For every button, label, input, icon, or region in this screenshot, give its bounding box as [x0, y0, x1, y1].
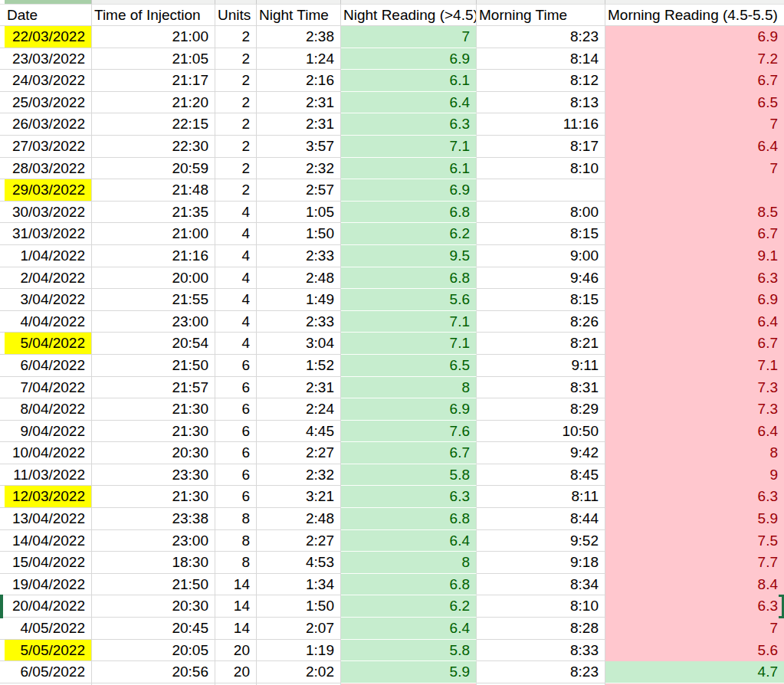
cell-date[interactable]: 15/04/2022 — [5, 552, 92, 574]
cell-units[interactable]: 6 — [215, 377, 257, 399]
cell-night-time[interactable]: 2:32 — [257, 158, 341, 180]
cell-night-time[interactable]: 3:57 — [257, 136, 341, 158]
cell-night-reading[interactable]: 6.8 — [341, 508, 477, 530]
cell-night-time[interactable]: 2:38 — [257, 26, 341, 48]
cell-night-time[interactable]: 2:33 — [257, 311, 341, 333]
cell-morning-reading[interactable]: 7 — [605, 158, 784, 180]
cell-night-reading[interactable]: 5.8 — [341, 464, 477, 487]
cell-morning-reading[interactable]: 6.5 — [605, 92, 784, 114]
cell-date[interactable]: 26/03/2022 — [5, 113, 92, 136]
cell-night-reading[interactable]: 6.4 — [341, 530, 477, 552]
cell-injection-time[interactable]: 21:57 — [92, 377, 215, 399]
cell-night-reading[interactable]: 5.8 — [341, 640, 477, 662]
cell-date[interactable]: 5/04/2022 — [5, 333, 92, 355]
cell-morning-time[interactable]: 8:00 — [477, 202, 605, 224]
cell-morning-reading[interactable]: 7.3 — [605, 398, 784, 421]
cell-morning-time[interactable] — [477, 179, 605, 202]
cell-night-reading[interactable]: 6.4 — [341, 92, 477, 114]
cell-units[interactable]: 20 — [215, 661, 257, 683]
cell-units[interactable]: 14 — [215, 595, 257, 618]
cell-night-time[interactable]: 1:52 — [257, 355, 341, 377]
cell-units[interactable]: 4 — [215, 333, 257, 355]
cell-injection-time[interactable]: 21:30 — [92, 398, 215, 421]
cell-date[interactable]: 2/04/2022 — [5, 267, 92, 290]
cell-morning-reading[interactable]: 7 — [605, 113, 784, 136]
cell-morning-time[interactable]: 8:15 — [477, 223, 605, 245]
cell-night-reading[interactable]: 7.1 — [341, 136, 477, 158]
cell-morning-reading[interactable]: 6.9 — [605, 26, 784, 48]
cell-units[interactable]: 6 — [215, 486, 257, 508]
cell-morning-reading[interactable]: 6.7 — [605, 333, 784, 355]
cell-date[interactable]: 22/03/2022 — [5, 26, 92, 48]
cell-night-time[interactable]: 1:49 — [257, 289, 341, 311]
cell-morning-reading[interactable]: 8 — [605, 442, 784, 464]
cell-date[interactable]: 28/03/2022 — [5, 158, 92, 180]
col-header-night-reading[interactable]: Night Reading (>4.5) — [341, 5, 477, 26]
cell-injection-time[interactable]: 20:54 — [92, 333, 215, 355]
cell-night-reading[interactable]: 7.6 — [341, 421, 477, 443]
cell-units[interactable]: 2 — [215, 92, 257, 114]
cell-night-time[interactable]: 2:27 — [257, 442, 341, 464]
cell-morning-reading[interactable]: 6.4 — [605, 136, 784, 158]
cell-morning-reading[interactable]: 7.5 — [605, 530, 784, 552]
cell-morning-time[interactable]: 8:21 — [477, 333, 605, 355]
cell-units[interactable]: 6 — [215, 464, 257, 487]
cell-morning-reading[interactable]: 7.2 — [605, 48, 784, 70]
cell-injection-time[interactable]: 23:00 — [92, 311, 215, 333]
cell-units[interactable]: 6 — [215, 398, 257, 421]
cell-morning-reading[interactable]: 5.9 — [605, 508, 784, 530]
cell-night-reading[interactable]: 6.7 — [341, 442, 477, 464]
cell-units[interactable]: 4 — [215, 245, 257, 267]
cell-units[interactable]: 4 — [215, 267, 257, 290]
cell-night-reading[interactable]: 8 — [341, 377, 477, 399]
cell-date[interactable]: 6/05/2022 — [5, 661, 92, 683]
cell-morning-reading[interactable]: 8.5 — [605, 202, 784, 224]
cell-injection-time[interactable]: 22:15 — [92, 113, 215, 136]
cell-date[interactable]: 9/04/2022 — [5, 421, 92, 443]
cell-morning-reading[interactable]: 6.3 — [605, 595, 784, 618]
cell-injection-time[interactable]: 21:55 — [92, 289, 215, 311]
cell-morning-reading[interactable]: 5.6 — [605, 640, 784, 662]
col-header-units[interactable]: Units — [215, 5, 257, 26]
cell-morning-time[interactable]: 9:46 — [477, 267, 605, 290]
cell-units[interactable]: 6 — [215, 355, 257, 377]
cell-night-time[interactable]: 2:27 — [257, 530, 341, 552]
col-header-injection-time[interactable]: Time of Injection — [92, 5, 215, 26]
cell-night-time[interactable]: 1:34 — [257, 574, 341, 596]
cell-morning-reading[interactable]: 6.9 — [605, 289, 784, 311]
cell-night-reading[interactable]: 5.9 — [341, 661, 477, 683]
cell-injection-time[interactable]: 20:59 — [92, 158, 215, 180]
cell-night-time[interactable]: 2:24 — [257, 398, 341, 421]
cell-night-reading[interactable]: 6.3 — [341, 486, 477, 508]
col-header-night-time[interactable]: Night Time — [257, 5, 341, 26]
cell-night-time[interactable]: 2:16 — [257, 70, 341, 92]
cell-date[interactable]: 13/04/2022 — [5, 508, 92, 530]
cell-units[interactable]: 6 — [215, 421, 257, 443]
cell-morning-time[interactable]: 10:50 — [477, 421, 605, 443]
cell-morning-reading[interactable]: 9 — [605, 464, 784, 487]
cell-night-reading[interactable]: 7 — [341, 26, 477, 48]
cell-injection-time[interactable]: 21:20 — [92, 92, 215, 114]
cell-morning-time[interactable]: 8:31 — [477, 377, 605, 399]
cell-morning-time[interactable]: 9:00 — [477, 245, 605, 267]
cell-night-time[interactable]: 4:53 — [257, 552, 341, 574]
cell-units[interactable]: 2 — [215, 48, 257, 70]
cell-units[interactable]: 8 — [215, 508, 257, 530]
cell-night-reading[interactable]: 5.6 — [341, 289, 477, 311]
cell-units[interactable]: 4 — [215, 223, 257, 245]
cell-night-reading[interactable]: 6.2 — [341, 223, 477, 245]
cell-units[interactable]: 2 — [215, 158, 257, 180]
cell-injection-time[interactable]: 20:00 — [92, 267, 215, 290]
cell-night-reading[interactable]: 6.1 — [341, 158, 477, 180]
cell-morning-time[interactable]: 9:42 — [477, 442, 605, 464]
cell-morning-reading[interactable]: 6.7 — [605, 70, 784, 92]
cell-morning-reading[interactable]: 6.3 — [605, 486, 784, 508]
col-header-date[interactable]: Date — [5, 5, 92, 26]
cell-morning-time[interactable]: 8:33 — [477, 640, 605, 662]
cell-night-reading[interactable]: 6.3 — [341, 113, 477, 136]
cell-night-time[interactable]: 2:31 — [257, 113, 341, 136]
cell-injection-time[interactable]: 21:17 — [92, 70, 215, 92]
cell-morning-time[interactable]: 9:52 — [477, 530, 605, 552]
cell-night-time[interactable]: 2:32 — [257, 464, 341, 487]
cell-date[interactable]: 10/04/2022 — [5, 442, 92, 464]
